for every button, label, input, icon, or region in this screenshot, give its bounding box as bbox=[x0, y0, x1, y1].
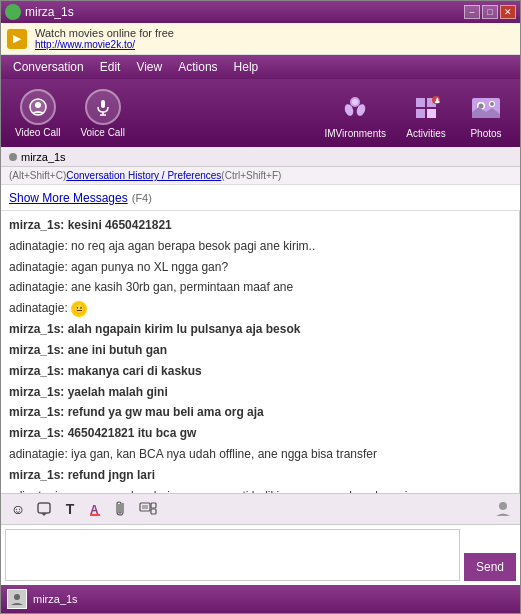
svg-rect-9 bbox=[416, 98, 425, 107]
title-bar: mirza_1s – □ ✕ bbox=[1, 1, 520, 23]
menu-view[interactable]: View bbox=[128, 58, 170, 76]
message-line: mirza_1s: yaelah malah gini bbox=[9, 382, 511, 403]
menu-edit[interactable]: Edit bbox=[92, 58, 129, 76]
notification-bar: ▶ Watch movies online for free http://ww… bbox=[1, 23, 520, 55]
color-button[interactable]: A bbox=[85, 498, 107, 520]
photos-label: Photos bbox=[470, 128, 501, 139]
imvironments-button[interactable]: IMVironments bbox=[318, 86, 392, 141]
message-line: mirza_1s: makanya cari di kaskus bbox=[9, 361, 511, 382]
messages-area[interactable]: mirza_1s: kesini 4650421821adinatagie: n… bbox=[1, 211, 520, 493]
send-button[interactable]: Send bbox=[464, 553, 516, 581]
message-line: mirza_1s: refund jngn lari bbox=[9, 465, 511, 486]
maximize-button[interactable]: □ bbox=[482, 5, 498, 19]
menu-bar: Conversation Edit View Actions Help bbox=[1, 55, 520, 79]
svg-rect-22 bbox=[90, 514, 100, 516]
imvironments-icon bbox=[335, 88, 375, 128]
menu-actions[interactable]: Actions bbox=[170, 58, 225, 76]
notification-icon: ▶ bbox=[7, 29, 27, 49]
message-line: adinatagie: iya gan, kan BCA nya udah of… bbox=[9, 444, 511, 465]
show-more-bar: Show More Messages (F4) bbox=[1, 185, 520, 211]
extras-button[interactable] bbox=[137, 498, 159, 520]
bottom-user-icon bbox=[7, 589, 27, 609]
app-icon bbox=[5, 4, 21, 20]
svg-point-28 bbox=[14, 594, 20, 600]
message-line: mirza_1s: ane ini butuh gan bbox=[9, 340, 511, 361]
message-line: adinatagie: no req aja agan berapa besok… bbox=[9, 236, 511, 257]
app-window: mirza_1s – □ ✕ ▶ Watch movies online for… bbox=[0, 0, 521, 614]
svg-text:♟: ♟ bbox=[434, 97, 440, 104]
svg-point-27 bbox=[499, 502, 507, 510]
emoticon-button[interactable]: ☺ bbox=[7, 498, 29, 520]
close-button[interactable]: ✕ bbox=[500, 5, 516, 19]
show-more-link[interactable]: Show More Messages bbox=[9, 191, 128, 205]
nudge-button[interactable] bbox=[33, 498, 55, 520]
voice-call-button[interactable]: Voice Call bbox=[74, 87, 130, 140]
activities-button[interactable]: ♟ Activities bbox=[400, 86, 452, 141]
minimize-button[interactable]: – bbox=[464, 5, 480, 19]
conv-links-bar: (Alt+Shift+C) Conversation History / Pre… bbox=[1, 167, 520, 185]
notification-url[interactable]: http://www.movie2k.to/ bbox=[35, 39, 174, 50]
imvironments-label: IMVironments bbox=[324, 128, 386, 139]
voice-call-icon bbox=[85, 89, 121, 125]
font-button[interactable]: T bbox=[59, 498, 81, 520]
message-input[interactable] bbox=[5, 529, 460, 581]
user-status-button[interactable] bbox=[492, 498, 514, 520]
activities-label: Activities bbox=[406, 128, 445, 139]
message-line: adinatagie: 😐 bbox=[9, 298, 511, 319]
bottom-username: mirza_1s bbox=[33, 593, 78, 605]
message-line: mirza_1s: kesini 4650421821 bbox=[9, 215, 511, 236]
svg-rect-20 bbox=[38, 503, 50, 513]
message-line: adinatagie: ane ngga akan lari gan, ane … bbox=[9, 486, 511, 493]
status-bar: mirza_1s bbox=[1, 147, 520, 167]
video-call-label: Video Call bbox=[15, 127, 60, 138]
video-call-icon bbox=[20, 89, 56, 125]
attach-button[interactable] bbox=[111, 498, 133, 520]
conv-links-prefix: (Alt+Shift+C) bbox=[9, 170, 66, 181]
activities-icon: ♟ bbox=[406, 88, 446, 128]
status-username: mirza_1s bbox=[21, 151, 66, 163]
conv-shortcut: (Ctrl+Shift+F) bbox=[221, 170, 281, 181]
conv-history-link[interactable]: Conversation History / Preferences bbox=[66, 170, 221, 181]
svg-rect-12 bbox=[427, 109, 436, 118]
photos-button[interactable]: Photos bbox=[460, 86, 512, 141]
svg-point-8 bbox=[352, 99, 358, 105]
show-more-shortcut: (F4) bbox=[132, 192, 152, 204]
svg-rect-11 bbox=[416, 109, 425, 118]
menu-conversation[interactable]: Conversation bbox=[5, 58, 92, 76]
notification-text[interactable]: Watch movies online for free bbox=[35, 27, 174, 39]
menu-help[interactable]: Help bbox=[226, 58, 267, 76]
title-controls: – □ ✕ bbox=[464, 5, 516, 19]
message-line: adinatagie: ane kasih 30rb gan, perminta… bbox=[9, 277, 511, 298]
photos-icon bbox=[466, 88, 506, 128]
message-line: mirza_1s: 4650421821 itu bca gw bbox=[9, 423, 511, 444]
svg-rect-24 bbox=[142, 505, 148, 509]
status-indicator bbox=[9, 153, 17, 161]
window-title: mirza_1s bbox=[25, 5, 74, 19]
svg-point-19 bbox=[490, 102, 494, 106]
message-line: adinatagie: agan punya no XL ngga gan? bbox=[9, 257, 511, 278]
message-line: mirza_1s: alah ngapain kirim lu pulsanya… bbox=[9, 319, 511, 340]
svg-rect-25 bbox=[151, 503, 156, 508]
toolbar: Video Call Voice Call bbox=[1, 79, 520, 147]
svg-rect-26 bbox=[151, 509, 156, 514]
svg-rect-2 bbox=[101, 100, 105, 108]
input-area: Send bbox=[1, 525, 520, 585]
messages-scroll: mirza_1s: kesini 4650421821adinatagie: n… bbox=[1, 211, 520, 493]
format-toolbar: ☺ T A bbox=[1, 493, 520, 525]
input-row: Send bbox=[5, 529, 516, 581]
video-call-button[interactable]: Video Call bbox=[9, 87, 66, 140]
bottom-bar: mirza_1s bbox=[1, 585, 520, 613]
message-line: mirza_1s: refund ya gw mau beli ama org … bbox=[9, 402, 511, 423]
voice-call-label: Voice Call bbox=[80, 127, 124, 138]
svg-point-1 bbox=[35, 102, 41, 108]
